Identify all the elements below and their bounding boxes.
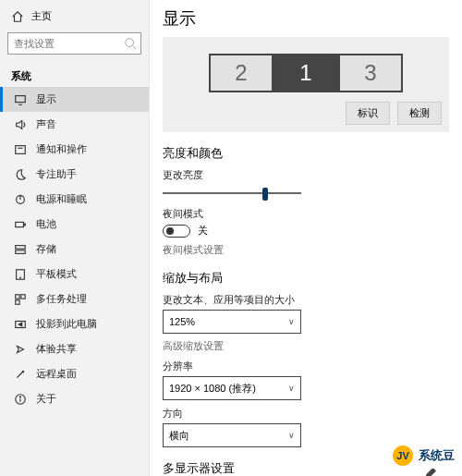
watermark-text: 系统豆 (419, 447, 455, 464)
about-icon (14, 393, 27, 406)
sidebar-item-share[interactable]: 体验共享 (0, 336, 149, 361)
monitor-row: 213 (209, 54, 403, 92)
resolution-value: 1920 × 1080 (推荐) (169, 382, 256, 396)
share-icon (14, 343, 27, 356)
notify-icon (14, 143, 27, 156)
svg-rect-15 (21, 294, 25, 298)
sidebar-item-sound[interactable]: 声音 (0, 112, 149, 137)
svg-point-13 (20, 277, 21, 278)
sidebar-item-label: 平板模式 (36, 267, 77, 281)
scale-value: 125% (169, 316, 195, 327)
sidebar-item-label: 专注助手 (36, 167, 77, 181)
page-title: 显示 (163, 7, 449, 30)
sidebar-item-remote[interactable]: 远程桌面 (0, 361, 149, 386)
sidebar-item-label: 远程桌面 (36, 367, 77, 381)
svg-rect-10 (16, 245, 26, 249)
sidebar-item-monitor[interactable]: 显示 (0, 87, 149, 112)
search-input[interactable] (7, 32, 141, 55)
sidebar-home-label: 主页 (31, 9, 52, 23)
slider-thumb[interactable] (262, 188, 268, 201)
chevron-down-icon: ∨ (288, 431, 295, 440)
sidebar-item-label: 关于 (36, 392, 56, 406)
sidebar-item-tablet[interactable]: 平板模式 (0, 262, 149, 287)
sidebar-item-label: 存储 (36, 242, 56, 256)
brightness-label: 更改亮度 (163, 169, 449, 182)
multi-icon (14, 293, 27, 306)
chevron-down-icon: ∨ (288, 317, 295, 326)
brightness-slider[interactable] (163, 186, 301, 201)
monitor-icon (14, 93, 27, 106)
search-box[interactable] (7, 32, 141, 55)
identify-button[interactable]: 标识 (346, 102, 390, 125)
scale-label: 更改文本、应用等项目的大小 (163, 294, 449, 307)
sidebar-item-power[interactable]: 电源和睡眠 (0, 187, 149, 212)
monitor-2[interactable]: 2 (209, 54, 274, 92)
sidebar-item-moon[interactable]: 专注助手 (0, 162, 149, 187)
sidebar-item-label: 显示 (36, 92, 56, 106)
resolution-label: 分辨率 (163, 360, 449, 373)
svg-rect-2 (16, 95, 26, 102)
sidebar-item-project[interactable]: 投影到此电脑 (0, 311, 149, 336)
night-mode-settings-link[interactable]: 夜间模式设置 (163, 243, 449, 257)
chevron-down-icon: ∨ (288, 384, 295, 393)
svg-point-20 (20, 396, 21, 397)
svg-rect-9 (24, 224, 26, 226)
svg-point-0 (126, 39, 134, 47)
sidebar-item-label: 多任务处理 (36, 292, 87, 306)
advanced-scale-link[interactable]: 高级缩放设置 (163, 339, 449, 353)
svg-line-1 (133, 46, 137, 50)
sidebar-item-notify[interactable]: 通知和操作 (0, 137, 149, 162)
pencil-icon (423, 468, 436, 476)
night-mode-toggle[interactable] (163, 225, 190, 238)
sidebar-item-about[interactable]: 关于 (0, 386, 149, 411)
svg-rect-16 (16, 299, 19, 303)
moon-icon (14, 168, 27, 181)
sidebar-home[interactable]: 主页 (0, 6, 149, 29)
section-scale: 缩放与布局 (163, 270, 449, 287)
sidebar-item-label: 声音 (36, 117, 56, 131)
monitor-arrangement[interactable]: 213 标识 检测 (163, 37, 449, 132)
night-mode-label: 夜间模式 (163, 208, 449, 221)
sidebar-item-battery[interactable]: 电池 (0, 212, 149, 237)
watermark-badge: JV 系统豆 (387, 443, 458, 469)
night-mode-state: 关 (198, 224, 208, 238)
detect-button[interactable]: 检测 (397, 102, 442, 125)
power-icon (14, 193, 27, 206)
storage-icon (14, 243, 27, 256)
section-brightness: 亮度和颜色 (163, 145, 449, 162)
sidebar-item-label: 投影到此电脑 (36, 317, 97, 331)
sidebar-item-label: 电池 (36, 217, 56, 231)
search-icon (124, 37, 137, 50)
project-icon (14, 318, 27, 331)
sidebar-nav: 显示声音通知和操作专注助手电源和睡眠电池存储平板模式多任务处理投影到此电脑体验共… (0, 87, 149, 411)
svg-rect-4 (16, 145, 26, 153)
orientation-value: 横向 (169, 429, 189, 443)
main-panel: 显示 213 标识 检测 亮度和颜色 更改亮度 夜间模式 关 夜间模式设置 缩放… (150, 0, 462, 476)
sidebar: 主页 系统 显示声音通知和操作专注助手电源和睡眠电池存储平板模式多任务处理投影到… (0, 0, 150, 476)
home-icon (11, 10, 24, 23)
sound-icon (14, 118, 27, 131)
sidebar-group-title: 系统 (0, 62, 149, 87)
resolution-dropdown[interactable]: 1920 × 1080 (推荐)∨ (163, 376, 301, 400)
svg-rect-11 (16, 250, 26, 253)
watermark-icon: JV (391, 444, 415, 468)
orientation-label: 方向 (163, 408, 449, 421)
monitor-3[interactable]: 3 (338, 54, 403, 92)
svg-rect-8 (16, 222, 24, 226)
orientation-dropdown[interactable]: 横向∨ (163, 423, 301, 447)
scale-dropdown[interactable]: 125%∨ (163, 310, 301, 334)
monitor-1[interactable]: 1 (274, 54, 338, 92)
svg-rect-14 (16, 294, 19, 298)
battery-icon (14, 218, 27, 231)
sidebar-item-label: 通知和操作 (36, 142, 87, 156)
sidebar-item-storage[interactable]: 存储 (0, 237, 149, 262)
remote-icon (14, 368, 27, 381)
sidebar-item-label: 电源和睡眠 (36, 192, 87, 206)
sidebar-item-label: 体验共享 (36, 342, 77, 356)
tablet-icon (14, 268, 27, 281)
sidebar-item-multi[interactable]: 多任务处理 (0, 287, 149, 311)
